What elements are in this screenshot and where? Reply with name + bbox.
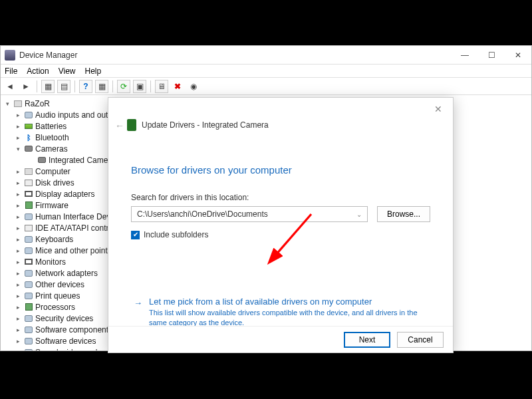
uninstall-icon[interactable]: 🖥	[155, 80, 168, 93]
action-icon[interactable]: ▦	[95, 80, 108, 93]
properties-icon[interactable]: ▤	[57, 80, 70, 93]
dialog-close-icon[interactable]: ✕	[429, 102, 448, 116]
disable-icon[interactable]: ✖	[171, 80, 184, 93]
device-icon	[127, 119, 136, 131]
menubar: File Action View Help	[1, 65, 531, 78]
include-subfolders-checkbox[interactable]: ✔ Include subfolders	[131, 230, 430, 239]
dialog-title: Update Drivers - Integrated Camera	[142, 120, 269, 130]
menu-view[interactable]: View	[59, 66, 76, 76]
show-hidden-icon[interactable]: ▦	[41, 80, 55, 93]
toolbar: ◄ ► ▦ ▤ ? ▦ ⟳ ▣ 🖥 ✖ ◉	[1, 78, 531, 95]
checkbox-checked-icon: ✔	[131, 231, 140, 239]
maximize-button[interactable]: ☐	[482, 51, 501, 60]
arrow-right-icon: →	[134, 298, 142, 328]
close-button[interactable]: ✕	[509, 51, 527, 60]
window-title: Device Manager	[19, 51, 456, 60]
minimize-button[interactable]: —	[456, 51, 474, 60]
path-value: C:\Users\anchi\OneDrive\Documents	[137, 209, 268, 219]
app-icon	[5, 50, 15, 61]
back-icon[interactable]: ◄	[3, 80, 17, 93]
include-subfolders-label: Include subfolders	[144, 230, 208, 239]
cancel-button[interactable]: Cancel	[397, 332, 444, 348]
chevron-down-icon: ⌄	[356, 211, 362, 218]
menu-help[interactable]: Help	[85, 66, 102, 76]
next-button[interactable]: Next	[344, 332, 390, 348]
dialog-heading: Browse for drivers on your computer	[131, 164, 430, 176]
menu-action[interactable]: Action	[27, 66, 49, 76]
forward-icon[interactable]: ►	[19, 80, 33, 93]
update-drivers-dialog: ← ✕ Update Drivers - Integrated Camera B…	[108, 97, 454, 353]
update-driver-icon[interactable]: ▣	[133, 80, 146, 93]
help-icon[interactable]: ?	[79, 80, 92, 93]
pick-option-title: Let me pick from a list of available dri…	[149, 297, 425, 307]
scan-hardware-icon[interactable]: ⟳	[117, 80, 130, 93]
menu-file[interactable]: File	[5, 66, 17, 76]
browse-button[interactable]: Browse...	[377, 206, 430, 222]
enable-icon[interactable]: ◉	[187, 80, 200, 93]
path-combobox[interactable]: C:\Users\anchi\OneDrive\Documents ⌄	[131, 206, 368, 222]
pick-option-description: This list will show available drivers co…	[149, 308, 425, 328]
titlebar: Device Manager — ☐ ✕	[1, 46, 531, 65]
dialog-back-icon[interactable]: ←	[115, 120, 124, 131]
search-location-label: Search for drivers in this location:	[131, 193, 430, 202]
